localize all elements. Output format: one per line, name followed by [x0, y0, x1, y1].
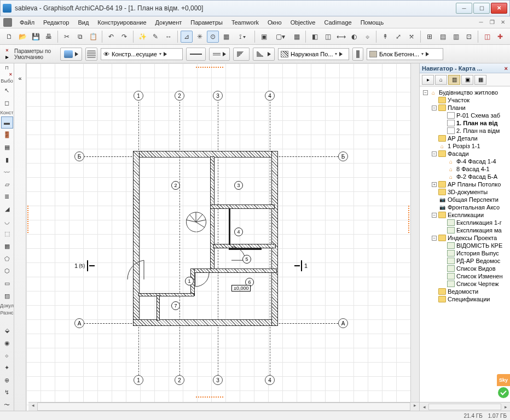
arrows-button[interactable]: ⤧ [405, 31, 418, 43]
skylight-tool[interactable]: ⬚ [1, 228, 13, 240]
ex4-tool[interactable]: ✦ [1, 362, 13, 374]
ex7-tool[interactable]: 〜 [1, 399, 13, 411]
tree-node[interactable]: Експликация ма [422, 226, 510, 234]
tree-node[interactable]: Р-01 Схема заб [422, 112, 510, 119]
wall-tool[interactable]: ▬ [1, 116, 13, 129]
tree-node[interactable]: АР Детали [422, 135, 510, 142]
tree-node[interactable]: ⌂1 Розріз 1-1 [422, 142, 510, 150]
nav-tab-4[interactable]: ▣ [461, 75, 473, 85]
wall[interactable] [210, 205, 275, 209]
nav-tab-2[interactable]: ⌂ [435, 75, 447, 85]
minimize-button[interactable]: ─ [456, 3, 472, 14]
wall[interactable] [133, 151, 278, 158]
copy-button[interactable]: ⧉ [74, 31, 86, 43]
snap1-button[interactable]: ⊿ [181, 31, 193, 43]
slope2-button[interactable] [253, 48, 275, 61]
marquee-tool[interactable]: ◻ [1, 97, 13, 109]
menu-teamwork[interactable]: Teamwork [227, 18, 263, 27]
undo-button[interactable]: ↶ [105, 31, 117, 43]
tree-expand-icon[interactable]: − [432, 151, 437, 156]
ex2-tool[interactable]: ◉ [1, 337, 13, 349]
morph-tool[interactable]: ⬠ [1, 253, 13, 265]
save-button[interactable]: 💾 [30, 31, 42, 43]
3d-button[interactable]: ◧ [309, 31, 321, 43]
app-menu-icon[interactable] [3, 18, 12, 27]
tree-node[interactable]: Спецификации [422, 295, 510, 303]
tree-node[interactable]: Список Видов [422, 265, 510, 272]
door-tool[interactable]: 🚪 [1, 129, 13, 141]
m1-button[interactable]: ◐ [348, 31, 360, 43]
zone-tool[interactable]: ▭ [1, 278, 13, 290]
material-select[interactable]: Блок Бетонн... ▾ [367, 48, 443, 60]
tray-badges[interactable]: Sky [497, 374, 510, 398]
menu-редактор[interactable]: Редактор [39, 18, 73, 27]
skype-icon[interactable]: Sky [497, 374, 510, 386]
measure-button[interactable]: ↔ [163, 31, 175, 43]
close-button[interactable]: ✕ [491, 3, 507, 14]
snap2-button[interactable]: ✳ [194, 31, 206, 43]
shell-tool[interactable]: ◡ [1, 215, 13, 228]
navigator-h-scrollbar[interactable]: ◂▸ [420, 402, 510, 411]
navigator-tree[interactable]: −⌂Будівництво житловоУчасток−ПланиР-01 С… [420, 86, 510, 402]
dim-button[interactable]: ⟷ [335, 31, 347, 43]
tree-node[interactable]: +АР Планы Потолко [422, 180, 510, 188]
eyedropper-button[interactable]: ✎ [149, 31, 161, 43]
tree-node[interactable]: 1. План на від [422, 119, 510, 127]
ex5-tool[interactable]: ⊕ [1, 374, 13, 386]
panel-arrow-icon[interactable]: ▸ [5, 53, 9, 61]
tree-expand-icon[interactable]: + [432, 182, 437, 187]
line2-button[interactable] [209, 48, 230, 61]
wall[interactable] [138, 293, 194, 296]
cut-button[interactable]: ✂ [61, 31, 73, 43]
ortho-button[interactable]: ▣ [258, 31, 270, 43]
tree-expand-icon[interactable]: − [432, 236, 437, 241]
paste-button[interactable]: 📋 [87, 31, 99, 43]
open-button[interactable]: 📂 [16, 31, 28, 43]
snap4-button[interactable]: ▦ [220, 31, 232, 43]
layers-button[interactable] [85, 48, 97, 61]
tree-node[interactable]: РД-АР Ведомос [422, 257, 510, 265]
tree-node[interactable]: ⌂Ф-4 Фасад 1-4 [422, 158, 510, 165]
slab-tool[interactable]: ▱ [1, 178, 13, 190]
canvas-v-scrollbar[interactable] [410, 63, 419, 402]
ex1-tool[interactable]: ⬙ [1, 325, 13, 337]
tree-node[interactable]: 📷Фронтальная Аксо [422, 203, 510, 211]
mesh-tool[interactable]: ▨ [1, 290, 13, 302]
dropdown1-button[interactable]: ▢▾ [271, 31, 289, 43]
nav-tab-1[interactable]: ▸ [422, 75, 434, 85]
tree-expand-icon[interactable]: − [423, 90, 428, 95]
column-tool[interactable]: ▮ [1, 154, 13, 166]
line1-button[interactable] [186, 48, 206, 61]
collapse-icon[interactable]: « [18, 75, 21, 81]
mdi-minimize-icon[interactable]: ─ [477, 19, 485, 25]
wall[interactable] [157, 295, 160, 320]
stair-tool[interactable]: ≣ [1, 191, 13, 203]
menu-cadimage[interactable]: Cadimage [320, 18, 356, 27]
tree-expand-icon[interactable]: − [432, 106, 437, 110]
canvas[interactable]: 11223344ББАА 1234567 ±0,000 1 [26, 63, 419, 411]
menu-документ[interactable]: Документ [151, 18, 187, 27]
win4-button[interactable]: ⊡ [463, 31, 475, 43]
new-button[interactable]: 🗋 [3, 31, 15, 43]
close-panel-x[interactable]: × [5, 48, 8, 53]
tree-node[interactable]: ВІДОМІСТЬ КРЕ [422, 242, 510, 249]
mdi-restore-icon[interactable]: ❐ [488, 19, 496, 25]
print-button[interactable]: 🖶 [43, 31, 55, 43]
layer-select[interactable]: 👁 Констр...есущие ▾ [101, 48, 183, 60]
navigator-close-icon[interactable]: × [505, 65, 508, 72]
tree-node[interactable]: −Индексы Проекта [422, 234, 510, 242]
canvas-h-scrollbar[interactable]: ◂ ▸ [28, 402, 419, 411]
wall[interactable] [133, 319, 278, 326]
tree-node[interactable]: Ведомости [422, 288, 510, 295]
tree-node[interactable]: 3D-документы [422, 188, 510, 196]
tree-node[interactable]: Експликация 1-г [422, 219, 510, 226]
m2-button[interactable]: ⟐ [361, 31, 373, 43]
tree-expand-icon[interactable]: − [432, 213, 437, 218]
status-ok-icon[interactable] [498, 387, 509, 398]
tree-node[interactable]: Участок [422, 96, 510, 104]
tree-node[interactable]: −Плани [422, 104, 510, 112]
roof-tool[interactable]: ◢ [1, 203, 13, 215]
win1-button[interactable]: ⊞ [424, 31, 436, 43]
wall[interactable] [271, 151, 278, 326]
navigator-title-bar[interactable]: Навигатор - Карта ... × [420, 63, 510, 73]
